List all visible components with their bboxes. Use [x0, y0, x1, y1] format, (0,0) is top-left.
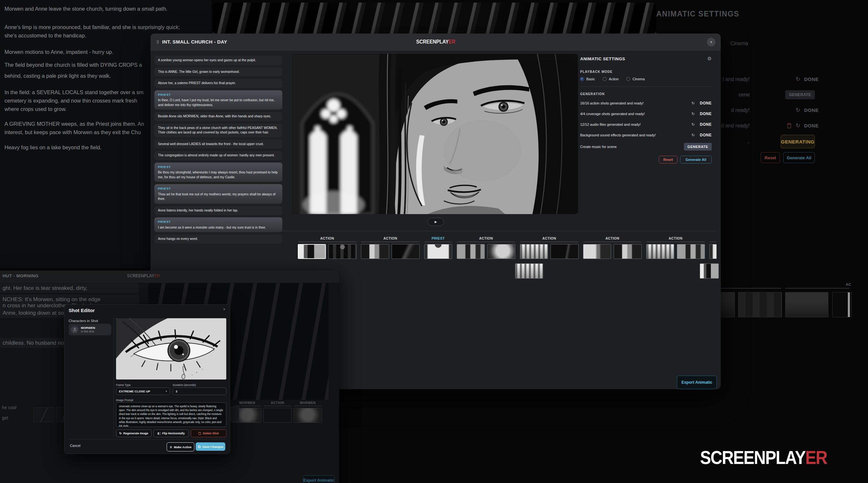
script-block[interactable]: Several well dressed LADIES sit towards … [154, 140, 282, 149]
star-icon: ☆ [169, 445, 173, 449]
dialog-title: Shot Editor [69, 308, 95, 313]
background-script-line: behind, casting a pale pink light as the… [4, 73, 111, 79]
delete-shot-button[interactable]: Delete Shot [191, 429, 226, 437]
refresh-icon[interactable]: ↻ [691, 133, 694, 138]
playback-mode-label: PLAYBACK MODE [580, 70, 712, 73]
character-card[interactable]: MORWEN In this shot [69, 324, 111, 335]
storyboard-thumbnail[interactable] [392, 244, 420, 259]
storyboard-thumbnail[interactable] [677, 244, 705, 259]
status-badge: DONE [700, 133, 712, 138]
generation-row: 12/12 audio files generated and ready! ↻… [580, 119, 712, 130]
duration-input[interactable] [173, 388, 226, 395]
refresh-icon[interactable]: ↻ [691, 122, 694, 127]
strip-group-underline [298, 241, 356, 242]
speaker-label: PRIEST [158, 93, 279, 97]
background-script-line: Heavy fog lies on a lake beyond the fiel… [4, 145, 101, 151]
close-icon[interactable]: × [707, 38, 716, 47]
storyboard-thumbnail[interactable] [424, 244, 452, 259]
generation-row: 4/4 coverage shots generated and ready! … [580, 108, 712, 119]
storyboard-thumbnail[interactable] [487, 244, 516, 259]
cancel-button[interactable]: Cancel [70, 444, 81, 448]
storyboard-thumbnail[interactable] [614, 244, 642, 259]
save-icon [198, 445, 201, 448]
brand-logo: SCREENPLAYER [127, 273, 160, 278]
strip-group-underline [709, 241, 716, 242]
storyboard-thumbnail[interactable] [520, 244, 548, 259]
background-script-line: Anne's limp is more pronounced, but fami… [4, 24, 180, 30]
refresh-icon: ↻ [796, 107, 800, 114]
generate-all-button[interactable]: Generate All [680, 156, 712, 163]
strip-group-label: ACTION [646, 236, 705, 240]
gear-icon[interactable]: ⚙ [708, 56, 712, 62]
storyboard-thumbnail[interactable] [515, 264, 543, 279]
divider [69, 439, 226, 440]
make-active-button[interactable]: ☆ Make Active [167, 442, 194, 451]
characters-label: Characters in Shot [69, 319, 98, 323]
script-block[interactable]: Above her, a solemn PRIEST delivers his … [154, 79, 282, 88]
animatic-settings-panel: ANIMATIC SETTINGS ⚙ PLAYBACK MODE Basic … [580, 56, 712, 163]
script-block[interactable]: This is ANNE. The little Girl, grown to … [154, 67, 282, 77]
storyboard-thumbnail[interactable] [646, 244, 674, 259]
background-script-line: The field beyond the church is filled wi… [4, 62, 142, 68]
background-script-line: Morwen motions to Anne, impatient - hurr… [4, 49, 114, 55]
image-prompt-textarea[interactable]: cinematic extreme close-up on a woman's … [116, 402, 226, 427]
storyboard-thumbnail[interactable] [551, 244, 579, 259]
generate-button-dim: GENERATE [785, 90, 815, 99]
music-row: Create music for scene GENERATE [580, 140, 712, 153]
refresh-icon[interactable]: ↻ [691, 112, 694, 116]
strip-group-underline [457, 241, 516, 242]
close-icon[interactable]: × [223, 307, 225, 311]
shot-image [116, 318, 226, 380]
storyboard-thumbnail[interactable] [298, 244, 326, 259]
flip-horizontally-button[interactable]: Flip Horizontally [153, 429, 189, 437]
script-block[interactable]: They sit in the back pews of a stone chu… [154, 123, 282, 138]
shot-editor-modal: Shot Editor × Characters in Shot MORWEN … [64, 304, 230, 454]
strip-group-underline [361, 241, 420, 242]
playback-mode-radio[interactable]: Cinema [626, 77, 645, 81]
panel-title: ANIMATIC SETTINGS [580, 56, 625, 61]
storyboard-thumbnail[interactable] [700, 264, 719, 279]
script-block[interactable]: A somber young woman opens her eyes and … [154, 56, 282, 65]
playback-mode-radio[interactable]: Action [603, 77, 619, 81]
script-block[interactable]: Anne listens intently, her hands neatly … [154, 206, 282, 215]
script-block[interactable]: The congregation is almost entirely made… [154, 151, 282, 160]
background-animatic-settings-heading: ANIMATIC SETTINGS [656, 10, 739, 19]
save-changes-button[interactable]: Save Changes [196, 442, 225, 451]
generation-row: 16/16 action shots generated and ready! … [580, 98, 712, 108]
script-block[interactable]: PRIEST Thou art he that took me out of m… [154, 184, 282, 204]
generate-button[interactable]: GENERATE [684, 143, 712, 151]
script-block[interactable]: PRIEST I am become as it were a monster … [154, 217, 282, 232]
script-block[interactable]: Beside Anne sits MORWEN, older than Anne… [154, 112, 282, 121]
script-block[interactable]: Anne hangs on every word. [154, 234, 282, 244]
window-header: HUT - MORNING SCREENPLAYER [0, 271, 339, 282]
trash-icon [198, 432, 201, 435]
script-list: A somber young woman opens her eyes and … [154, 56, 282, 244]
playback-mode-radio[interactable]: Basic [580, 77, 595, 81]
strip-group-underline [424, 241, 452, 242]
refresh-icon[interactable]: ↻ [691, 101, 694, 105]
frame-type-select[interactable]: EXTREME CLOSE UP ▾ [116, 388, 170, 395]
play-button[interactable]: ▶ [428, 218, 444, 226]
regenerate-image-button[interactable]: ↻ Regenerate Image [116, 429, 152, 437]
character-name: MORWEN [81, 326, 95, 330]
storyboard-thumbnail[interactable] [709, 244, 716, 259]
storyboard-thumbnail[interactable] [329, 244, 356, 259]
strip-group-label: ACTION [298, 236, 356, 240]
radio-icon [626, 77, 630, 81]
divider [580, 86, 712, 87]
export-animatic-button[interactable]: Export Animatic [677, 375, 717, 389]
status-badge: DONE [804, 108, 819, 113]
background-script-line: cemetery is expanding, and now thin cros… [4, 98, 137, 104]
storyboard-thumbnail[interactable] [361, 244, 389, 259]
reset-button[interactable]: Reset [659, 156, 678, 163]
radio-icon [580, 77, 584, 81]
script-block[interactable]: PRIEST In thee, O Lord, have I put my tr… [154, 90, 282, 110]
storyboard-group: ACTION [361, 236, 420, 259]
script-block[interactable]: PRIEST Be thou my stronghold, whereunto … [154, 162, 282, 182]
storyboard-thumbnail-dim [33, 407, 54, 422]
storyboard-thumbnail[interactable] [457, 244, 485, 259]
chevron-down-icon: ▾ [166, 390, 167, 393]
storyboard-thumbnail[interactable] [583, 244, 611, 259]
brand-logo: SCREENPLAYER [416, 39, 456, 45]
scene-image [292, 54, 578, 214]
